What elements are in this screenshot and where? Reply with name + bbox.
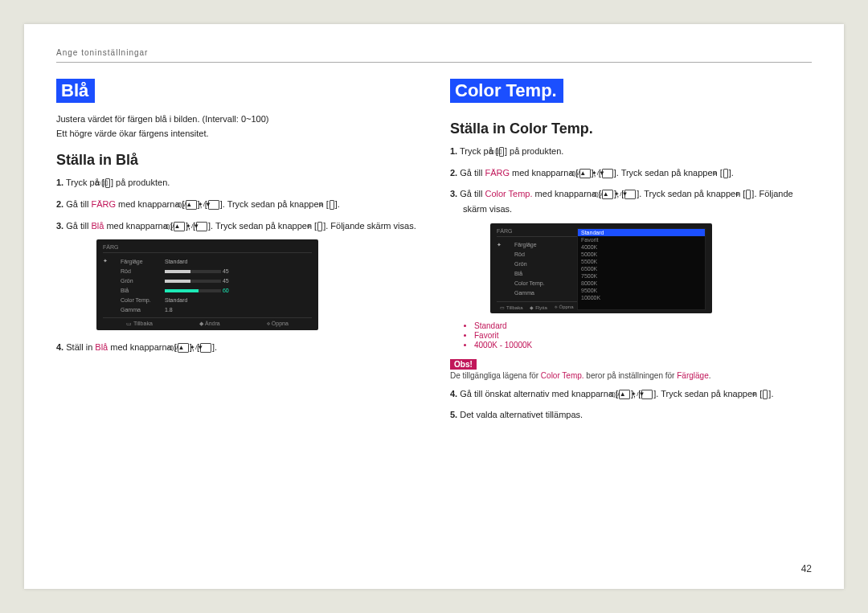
enter-icon: ⎆	[746, 190, 751, 199]
updown-icon: ◁))/▲	[579, 169, 591, 178]
step-r2: 2. Gå till FÄRG med knapparna [◁))/▲], […	[450, 166, 812, 181]
updown-icon: ◁))/▲	[178, 343, 189, 353]
page: Ange toninställningar Blå Justera värdet…	[24, 24, 844, 589]
subhead-bla: Ställa in Blå	[56, 152, 418, 169]
page-number: 42	[801, 563, 812, 574]
subhead-ct: Ställa in Color Temp.	[450, 121, 812, 137]
note-label: Obs!	[450, 359, 477, 370]
enter-icon: ⎆	[330, 200, 334, 210]
step-1: 1. Tryck på [▭▯▯] på produkten.	[56, 175, 418, 190]
leftright-icon: ✦/▼	[641, 390, 653, 399]
left-column: Blå Justera värdet för färgen blå i bild…	[56, 79, 418, 429]
intro-line-2: Ett högre värde ökar färgens intensitet.	[56, 129, 209, 138]
columns: Blå Justera värdet för färgen blå i bild…	[56, 79, 812, 429]
menu-icon: ▭▯▯	[105, 178, 110, 188]
steps-left: 1. Tryck på [▭▯▯] på produkten. 2. Gå ti…	[56, 175, 418, 233]
enter-icon: ⎆	[317, 222, 322, 231]
updown-icon: ◁))/▲	[602, 190, 613, 199]
bullet-range: 4000K - 10000K	[474, 341, 812, 349]
right-column: Color Temp. Ställa in Color Temp. 1. Try…	[450, 79, 812, 429]
page-header: Ange toninställningar	[56, 48, 812, 63]
bullet-favorit: Favorit	[474, 331, 812, 340]
step-r1: 1. Tryck på [▭▯▯] på produkten.	[450, 144, 812, 159]
section-title-bla: Blå	[56, 79, 95, 103]
step-r4: 4. Gå till önskat alternativ med knappar…	[450, 386, 812, 402]
enter-icon: ⎆	[723, 169, 728, 178]
ct-options-list: Standard Favorit 4000K 5000K 5500K 6500K…	[577, 228, 706, 310]
section-title-ct: Color Temp.	[450, 79, 563, 103]
intro-line-1: Justera värdet för färgen blå i bilden. …	[56, 114, 268, 124]
osd-screenshot-bla: FÄRG ✦FärglägeStandard Röd 45 Grön 45 Bl…	[96, 239, 318, 330]
updown-icon: ◁))/▲	[174, 222, 185, 231]
osd-screenshot-ct: FÄRG ✦Färgläge Röd Grön Blå Color Temp. …	[490, 223, 712, 313]
steps-right: 1. Tryck på [▭▯▯] på produkten. 2. Gå ti…	[450, 144, 812, 217]
updown-icon: ◁))/▲	[619, 390, 630, 399]
ct-bullets: Standard Favorit 4000K - 10000K	[450, 321, 812, 349]
osd-title: FÄRG	[103, 244, 312, 253]
leftright-icon: ✦/▼	[196, 222, 207, 231]
leftright-icon: ✦/▼	[624, 190, 636, 199]
step-r3: 3. Gå till Color Temp. med knapparna [◁)…	[450, 186, 812, 216]
note-text: De tillgängliga lägena för Color Temp. b…	[450, 371, 812, 380]
enter-icon: ⎆	[763, 390, 768, 399]
bullet-standard: Standard	[474, 321, 812, 330]
osd-title: FÄRG	[497, 228, 577, 237]
menu-icon: ▭▯▯	[499, 147, 504, 157]
step-4: 4. Ställ in Blå med knapparna [◁))/▲], […	[56, 340, 418, 355]
step-2: 2. Gå till FÄRG med knapparna [◁))/▲], […	[56, 197, 418, 212]
leftright-icon: ✦/▼	[602, 169, 613, 178]
updown-icon: ◁))/▲	[186, 200, 197, 210]
leftright-icon: ✦/▼	[208, 200, 219, 210]
step-3: 3. Gå till Blå med knapparna [◁))/▲], [✦…	[56, 219, 418, 234]
steps-left-cont: 4. Ställ in Blå med knapparna [◁))/▲], […	[56, 340, 418, 355]
steps-right-cont: 4. Gå till önskat alternativ med knappar…	[450, 386, 812, 423]
leftright-icon: ✦/▼	[200, 343, 211, 353]
step-r5: 5. Det valda alternativet tillämpas.	[450, 407, 812, 423]
intro-text: Justera värdet för färgen blå i bilden. …	[56, 112, 418, 141]
